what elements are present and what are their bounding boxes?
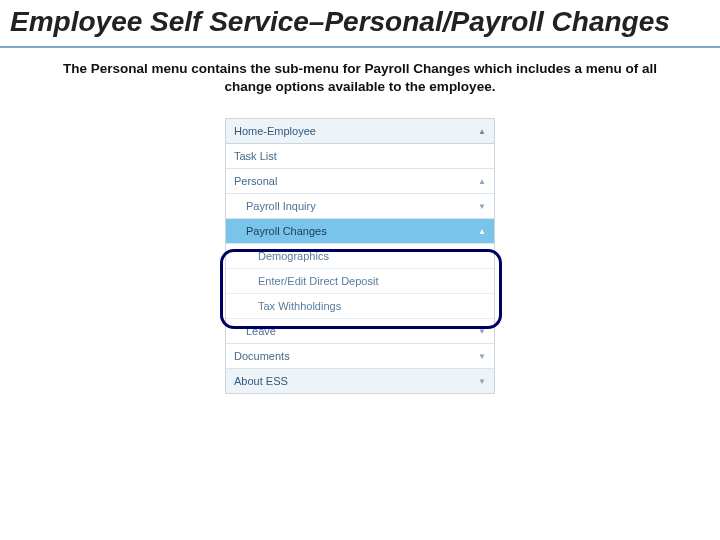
menu-leave-label: Leave	[246, 325, 276, 337]
menu-payroll-inquiry-label: Payroll Inquiry	[246, 200, 316, 212]
page-subtitle-text: The Personal menu contains the sub-menu …	[63, 61, 657, 94]
menu-personal[interactable]: Personal ▲	[226, 169, 494, 194]
collapse-up-icon: ▲	[478, 227, 486, 236]
menu-personal-label: Personal	[234, 175, 277, 187]
navigation-menu: Home-Employee ▲ Task List Personal ▲ Pay…	[225, 118, 495, 394]
page-title-text: Employee Self Service–Personal/Payroll C…	[10, 6, 670, 37]
page-title: Employee Self Service–Personal/Payroll C…	[0, 0, 720, 48]
menu-about-label: About ESS	[234, 375, 288, 387]
collapse-up-icon: ▲	[478, 127, 486, 136]
menu-payroll-inquiry[interactable]: Payroll Inquiry ▼	[226, 194, 494, 219]
expand-down-icon: ▼	[478, 202, 486, 211]
menu-direct-deposit-label: Enter/Edit Direct Deposit	[258, 275, 378, 287]
menu-demographics-label: Demographics	[258, 250, 329, 262]
menu-leave[interactable]: Leave ▼	[226, 319, 494, 344]
menu-documents-label: Documents	[234, 350, 290, 362]
menu-task-list[interactable]: Task List	[226, 144, 494, 169]
menu-direct-deposit[interactable]: Enter/Edit Direct Deposit	[226, 269, 494, 294]
menu-demographics[interactable]: Demographics	[226, 244, 494, 269]
collapse-up-icon: ▲	[478, 177, 486, 186]
menu-about-ess[interactable]: About ESS ▼	[226, 369, 494, 393]
page-subtitle: The Personal menu contains the sub-menu …	[0, 48, 720, 110]
menu-home-employee[interactable]: Home-Employee ▲	[226, 119, 494, 144]
menu-tax-withholdings-label: Tax Withholdings	[258, 300, 341, 312]
menu-payroll-changes[interactable]: Payroll Changes ▲	[226, 219, 494, 244]
expand-down-icon: ▼	[478, 377, 486, 386]
expand-down-icon: ▼	[478, 352, 486, 361]
expand-down-icon: ▼	[478, 327, 486, 336]
menu-task-list-label: Task List	[234, 150, 277, 162]
menu-payroll-changes-label: Payroll Changes	[246, 225, 327, 237]
menu-home-label: Home-Employee	[234, 125, 316, 137]
menu-documents[interactable]: Documents ▼	[226, 344, 494, 369]
menu-tax-withholdings[interactable]: Tax Withholdings	[226, 294, 494, 319]
